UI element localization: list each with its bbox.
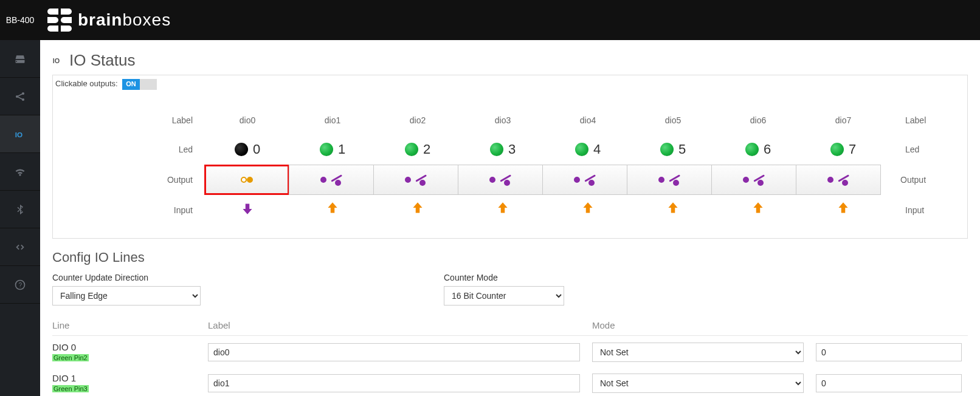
product-id: BB-400 xyxy=(0,15,40,25)
io-row-output: Output Output xyxy=(65,164,955,196)
io-output-2[interactable] xyxy=(373,165,458,195)
arrow-up-icon xyxy=(580,200,596,220)
sidebar-item-disk[interactable] xyxy=(0,40,40,78)
switch-open-icon xyxy=(574,174,596,186)
io-output-5[interactable] xyxy=(627,165,712,195)
led-icon xyxy=(660,143,674,156)
row-header-led-right: Led xyxy=(886,145,934,154)
config-table-header: Line Label Mode xyxy=(52,315,968,336)
config-count-input[interactable] xyxy=(816,343,962,361)
config-top-row: Counter Update Direction Falling Edge Co… xyxy=(52,273,968,306)
sidebar: IO ? xyxy=(0,40,40,396)
svg-text:?: ? xyxy=(19,282,22,288)
config-row-0: DIO 0Green Pin2Not Set xyxy=(52,336,968,367)
clickable-outputs-row: Clickable outputs: ON xyxy=(53,75,967,94)
config-title: Config IO Lines xyxy=(52,250,968,265)
io-label-5: dio5 xyxy=(630,115,716,125)
io-label-3: dio3 xyxy=(460,115,545,125)
config-label-input[interactable] xyxy=(208,343,580,361)
io-output-6[interactable] xyxy=(711,165,796,195)
config-count-input[interactable] xyxy=(816,374,962,392)
io-led-6: 6 xyxy=(716,142,801,157)
config-row-1: DIO 1Green Pin3Not Set xyxy=(52,367,968,396)
io-input-4 xyxy=(545,200,630,220)
config-mode-select[interactable]: Not Set xyxy=(592,374,804,393)
io-led-4: 4 xyxy=(545,142,630,157)
config-line-name: DIO 0 xyxy=(52,342,208,352)
col-header-mode: Mode xyxy=(592,320,816,330)
topbar: BB-400 brainboxes xyxy=(0,0,980,40)
switch-open-icon xyxy=(489,174,511,186)
io-led-1: 1 xyxy=(290,142,375,157)
clickable-outputs-label: Clickable outputs: xyxy=(55,79,118,88)
sidebar-item-help[interactable]: ? xyxy=(0,266,40,304)
col-header-line: Line xyxy=(52,320,208,330)
page-title: IO IO Status xyxy=(52,51,968,70)
io-output-0[interactable] xyxy=(204,165,289,195)
io-led-7: 7 xyxy=(801,142,886,157)
counter-mode-select[interactable]: 16 Bit Counter xyxy=(444,286,564,306)
switch-open-icon xyxy=(827,174,849,186)
config-pin-badge: Green Pin2 xyxy=(52,354,89,361)
config-mode-select[interactable]: Not Set xyxy=(592,343,804,362)
page-title-text: IO Status xyxy=(69,51,135,70)
bluetooth-icon xyxy=(14,203,26,216)
io-input-3 xyxy=(460,200,545,220)
io-input-6 xyxy=(716,200,801,220)
config-line-name: DIO 1 xyxy=(52,373,208,383)
row-header-label-left: Label xyxy=(65,115,205,125)
row-header-output-left: Output xyxy=(65,175,205,185)
counter-direction-field: Counter Update Direction Falling Edge xyxy=(52,273,201,306)
counter-direction-label: Counter Update Direction xyxy=(52,273,201,282)
switch-open-icon xyxy=(405,174,427,186)
io-input-0 xyxy=(205,200,290,220)
io-number: 3 xyxy=(508,142,516,157)
wifi-icon xyxy=(14,166,26,178)
io-number: 0 xyxy=(253,142,260,157)
svg-text:IO: IO xyxy=(53,57,60,64)
row-header-input-right: Input xyxy=(886,205,934,215)
sidebar-item-bluetooth[interactable] xyxy=(0,191,40,228)
io-input-2 xyxy=(375,200,460,220)
counter-direction-select[interactable]: Falling Edge xyxy=(52,286,201,306)
switch-open-icon xyxy=(658,174,680,186)
led-icon xyxy=(745,143,759,156)
io-output-4[interactable] xyxy=(542,165,627,195)
sidebar-item-wifi[interactable] xyxy=(0,153,40,191)
brand-text-thin: boxes xyxy=(122,10,171,29)
io-number: 5 xyxy=(678,142,686,157)
clickable-outputs-toggle[interactable]: ON xyxy=(122,79,157,90)
sidebar-item-share[interactable] xyxy=(0,78,40,115)
io-number: 6 xyxy=(764,142,771,157)
row-header-led-left: Led xyxy=(65,145,205,154)
io-icon: IO xyxy=(14,128,26,140)
config-label-input[interactable] xyxy=(208,374,580,392)
row-header-input-left: Input xyxy=(65,205,205,215)
sidebar-item-io[interactable]: IO xyxy=(0,115,40,153)
led-icon xyxy=(490,143,503,156)
io-output-7[interactable] xyxy=(796,165,881,195)
switch-open-icon xyxy=(743,174,765,186)
toggle-off-region xyxy=(140,79,157,90)
io-output-3[interactable] xyxy=(458,165,543,195)
io-led-5: 5 xyxy=(630,142,716,157)
io-number: 1 xyxy=(338,142,345,157)
config-table: Line Label Mode DIO 0Green Pin2Not SetDI… xyxy=(52,315,968,396)
arrow-up-icon xyxy=(750,200,766,220)
switch-closed-icon xyxy=(241,177,253,183)
io-number: 2 xyxy=(423,142,430,157)
sidebar-item-code[interactable] xyxy=(0,228,40,266)
io-row-label: Label dio0dio1dio2dio3dio4dio5dio6dio7 L… xyxy=(65,106,955,135)
io-input-1 xyxy=(290,200,375,220)
led-icon xyxy=(405,143,418,156)
arrow-up-icon xyxy=(835,200,851,220)
disk-icon xyxy=(14,53,26,65)
io-output-1[interactable] xyxy=(289,165,374,195)
code-icon xyxy=(14,241,26,253)
config-pin-badge: Green Pin3 xyxy=(52,385,89,392)
help-icon: ? xyxy=(14,279,26,291)
toggle-on-label: ON xyxy=(122,79,140,90)
led-icon xyxy=(830,143,844,156)
col-header-label: Label xyxy=(208,320,592,330)
led-icon xyxy=(320,143,333,156)
